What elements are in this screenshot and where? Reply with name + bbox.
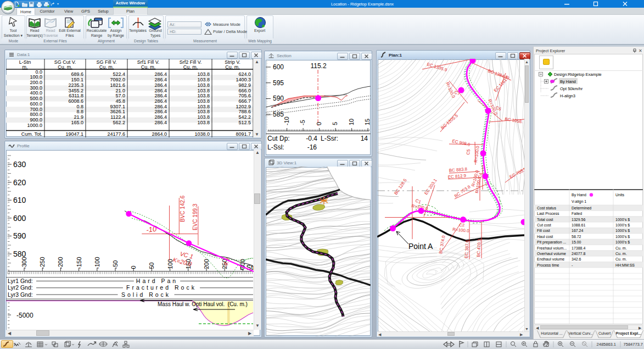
svg-text:Design:Ridgetop Example: Design:Ridgetop Example	[554, 72, 602, 77]
svg-text:200.0: 200.0	[30, 80, 42, 85]
svg-text:522.4: 522.4	[113, 71, 125, 77]
svg-text:103.8: 103.8	[197, 77, 210, 82]
svg-text:21.0: 21.0	[115, 88, 125, 93]
svg-text:-100: -100	[94, 257, 100, 269]
svg-text:103.8: 103.8	[197, 82, 210, 88]
svg-text:7092.0: 7092.0	[110, 77, 125, 82]
svg-text:103.8: 103.8	[197, 104, 210, 109]
svg-text:19047.1: 19047.1	[65, 131, 83, 137]
svg-text:BC 1205.5: BC 1205.5	[440, 113, 459, 131]
svg-text:Fill cost: Fill cost	[537, 229, 550, 232]
svg-text:By Hand: By Hand	[572, 193, 586, 197]
svg-text:400.0: 400.0	[30, 90, 42, 96]
svg-text:1000.0: 1000.0	[27, 123, 42, 128]
svg-text:Haul cost: Haul cost	[537, 235, 553, 239]
svg-text:286.4: 286.4	[154, 104, 167, 109]
svg-text:-150: -150	[76, 257, 82, 269]
svg-text:286.4: 286.4	[154, 93, 167, 98]
svg-text:Pit preparation ...: Pit preparation ...	[537, 240, 566, 245]
svg-text:1329.56: 1329.56	[572, 218, 585, 221]
svg-text:562.2: 562.2	[113, 120, 125, 125]
svg-text:8.8: 8.8	[76, 109, 83, 114]
svg-text:-0.4: -0.4	[306, 135, 317, 142]
svg-text:286.4: 286.4	[154, 120, 167, 125]
svg-text:1400.3: 1400.3	[236, 77, 251, 82]
svg-text:800.0: 800.0	[30, 112, 42, 117]
svg-text:L-Ssl:: L-Ssl:	[267, 143, 284, 151]
svg-text:705.6: 705.6	[238, 93, 251, 98]
svg-text:-16: -16	[307, 143, 317, 151]
svg-text:150.1: 150.1	[71, 77, 83, 82]
svg-text:Cut Dp:: Cut Dp:	[267, 135, 290, 142]
svg-text:EC 1335.9: EC 1335.9	[426, 62, 447, 73]
svg-text:Cut cost: Cut cost	[537, 223, 551, 227]
svg-text:Hard Pan: Hard Pan	[136, 278, 178, 284]
svg-text:Cu. m.: Cu. m.	[141, 64, 156, 70]
svg-text:1122.4: 1122.4	[110, 114, 125, 120]
svg-text:-250: -250	[39, 257, 46, 269]
svg-text:BVC 142.6: BVC 142.6	[180, 195, 186, 222]
svg-text:286.4: 286.4	[154, 109, 167, 114]
svg-text:167.24: 167.24	[572, 229, 584, 232]
svg-text:600: 600	[13, 214, 26, 223]
svg-text:17388.4: 17388.4	[572, 246, 585, 250]
svg-text:50: 50	[148, 262, 155, 269]
svg-text:103.8: 103.8	[197, 98, 210, 104]
svg-text:10: 10	[348, 119, 355, 125]
svg-text:624.0: 624.0	[238, 71, 251, 77]
svg-text:103.8: 103.8	[197, 88, 210, 93]
svg-text:342.6: 342.6	[572, 257, 581, 261]
svg-text:590: 590	[273, 95, 284, 102]
svg-text:BC 1058.: BC 1058.	[505, 117, 523, 124]
svg-text:286.4: 286.4	[154, 88, 167, 93]
svg-text:C2: C2	[459, 223, 465, 228]
svg-text:1088.61: 1088.61	[572, 223, 585, 227]
svg-text:BC 470.3: BC 470.3	[476, 239, 482, 257]
svg-text:-200: -200	[57, 257, 64, 269]
svg-text:1000's $: 1000's $	[615, 229, 630, 232]
svg-text:Fractured Rock: Fractured Rock	[126, 284, 197, 291]
svg-text:58.72: 58.72	[572, 235, 581, 239]
svg-text:24077.8: 24077.8	[572, 252, 585, 256]
svg-text:286.4: 286.4	[154, 77, 167, 82]
svg-text:Opt 50km/hr: Opt 50km/hr	[560, 86, 583, 91]
svg-text:Cu. m.: Cu. m.	[225, 64, 240, 70]
svg-text:21.9: 21.9	[74, 114, 83, 120]
svg-text:-5000: -5000	[16, 312, 33, 319]
svg-text:2485863.1: 2485863.1	[597, 342, 616, 347]
svg-text:1202.9: 1202.9	[236, 104, 251, 109]
svg-text:666.7: 666.7	[238, 98, 251, 104]
svg-text:-10: -10	[145, 224, 157, 234]
svg-text:Cu. m.: Cu. m.	[183, 64, 198, 70]
svg-text:7584773.7: 7584773.7	[624, 342, 643, 347]
svg-text:8091.7: 8091.7	[236, 131, 251, 137]
svg-text:Cu. m.: Cu. m.	[615, 246, 627, 250]
svg-text:R=100.0: R=100.0	[473, 145, 480, 163]
svg-text:6311.8: 6311.8	[69, 93, 83, 98]
svg-text:BC 753.8: BC 753.8	[453, 184, 472, 199]
svg-text:286.4: 286.4	[154, 82, 167, 88]
svg-text:Cu. m.: Cu. m.	[615, 257, 627, 261]
svg-text:EVC 199.3: EVC 199.3	[192, 203, 198, 230]
svg-text:15: 15	[364, 119, 371, 125]
svg-text:24177.6: 24177.6	[107, 131, 125, 137]
svg-text:Cum. Tot.: Cum. Tot.	[21, 131, 42, 137]
svg-text:Solid Rock: Solid Rock	[121, 291, 171, 298]
svg-text:2864.0: 2864.0	[152, 131, 167, 137]
svg-text:595: 595	[273, 79, 284, 87]
svg-text:Units: Units	[615, 193, 624, 197]
svg-text:EC 908.6: EC 908.6	[452, 139, 471, 147]
svg-text:1000's $: 1000's $	[615, 223, 630, 227]
svg-text:Determined: Determined	[572, 206, 591, 210]
svg-text:EC 387.6: EC 387.6	[464, 240, 470, 258]
svg-text:45.8: 45.8	[115, 98, 125, 104]
svg-text:L-Ssr:: L-Ssr:	[321, 135, 338, 142]
svg-text:115.2: 115.2	[310, 62, 326, 70]
svg-text:200: 200	[203, 259, 210, 269]
svg-text:600: 600	[273, 63, 284, 71]
svg-text:165.0: 165.0	[71, 120, 83, 125]
svg-text:Total cost: Total cost	[537, 218, 553, 221]
svg-text:3626.1: 3626.1	[110, 109, 125, 114]
svg-text:Lyr2 Gnd:: Lyr2 Gnd:	[8, 284, 33, 291]
svg-text:6008.6: 6008.6	[68, 98, 83, 104]
